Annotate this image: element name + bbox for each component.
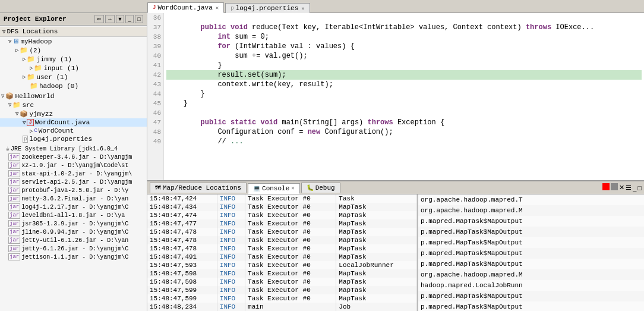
tree-item-jar[interactable]: jarprotobuf-java-2.5.0.jar - D:\y	[0, 186, 147, 194]
tree-item-user[interactable]: ▷ 📁 user (1)	[0, 73, 147, 81]
code-line: result.set(sum);	[166, 70, 642, 80]
props-file-icon: p	[231, 5, 233, 11]
console-minimize-btn[interactable]: _	[633, 184, 636, 191]
tree-item-jar[interactable]: jarjetty-6.1.26.jar - D:\yangjm\C	[0, 244, 147, 253]
expand-icon-5: ▷	[23, 74, 26, 80]
view-menu-btn[interactable]: ▼	[116, 15, 124, 23]
tree-item-2[interactable]: ▷ 📁 (2)	[0, 46, 147, 55]
console-row: 15:48:47,598 INFO Task Executor #0 MapTa…	[147, 278, 417, 286]
line-number: 44	[147, 89, 163, 99]
link-with-editor-btn[interactable]: ↔	[105, 15, 115, 23]
code-line	[166, 108, 642, 118]
line-number: 48	[147, 127, 163, 137]
project-icon: 📦	[5, 92, 14, 100]
expand-icon-src: ▽	[8, 102, 11, 108]
code-line: for (IntWritable val : values) {	[166, 42, 642, 51]
tree-item-jar[interactable]: jarleveldbni-all-1.8.jar - D:\ya	[0, 211, 147, 219]
code-line: Configuration conf = new Configuration()…	[166, 127, 642, 137]
console-right-col[interactable]: org.apache.hadoop.mapred.Torg.apache.had…	[418, 194, 644, 311]
code-content[interactable]: public void reduce(Text key, Iterable<In…	[164, 13, 644, 180]
line-number: 41	[147, 61, 163, 70]
tab-log4j[interactable]: p log4j.properties ✕	[225, 3, 310, 13]
tree-item-log4j[interactable]: p log4j.properties	[0, 135, 147, 143]
tab-log4j-label: log4j.properties	[236, 5, 299, 12]
code-line: // ...	[166, 137, 642, 146]
code-line: context.write(key, result);	[166, 80, 642, 89]
log4j-props-label: log4j.properties	[29, 136, 92, 143]
java-file-icon: J	[153, 5, 156, 11]
tree-item-jar[interactable]: jarjettison-1.1.jar - D:\yangjm\C	[0, 253, 147, 261]
expand-icon-wcc: ▷	[30, 128, 33, 134]
console-row: 15:48:47,593 INFO Task Executor #0 Local…	[147, 261, 417, 269]
code-line: }	[166, 89, 642, 99]
tree-item-jar[interactable]: jarjsr305-1.3.9.jar - D:\yangjm\C	[0, 219, 147, 228]
tree-item-jar[interactable]: jarjline-0.9.94.jar - D:\yangjm\C	[0, 228, 147, 236]
tree-item-jar[interactable]: jarzookeeper-3.4.6.jar - D:\yangjm	[0, 153, 147, 161]
minimize-btn[interactable]: _	[125, 15, 134, 23]
code-line: }	[166, 61, 642, 70]
console-icon: 💻	[253, 185, 260, 192]
project-tree: ▽ DFS Locations ▽ 🖥 myHadoop ▷ 📁 (2)	[0, 26, 147, 311]
project-explorer-title: Project Explorer	[4, 15, 67, 23]
tree-item-hadoop[interactable]: 📁 hadoop (0)	[0, 81, 147, 90]
console-right-row: hadoop.mapred.LocalJobRunn	[418, 280, 644, 291]
line-number: 42	[147, 70, 163, 80]
console-maximize-btn[interactable]: □	[637, 184, 642, 191]
tree-item-wordcount-java[interactable]: ▽ J WordCount.java	[0, 118, 147, 127]
tree-item-myhadoop[interactable]: ▽ 🖥 myHadoop	[0, 37, 147, 46]
folder-icon-4: 📁	[27, 73, 35, 81]
tab-wordcount-label: WordCount.java	[157, 4, 212, 11]
tree-item-jar[interactable]: jarjetty-util-6.1.26.jar - D:\yan	[0, 236, 147, 244]
line-number: 46	[147, 108, 163, 118]
stop-btn[interactable]	[602, 183, 610, 192]
wordcount-class-label: WordCount	[39, 127, 74, 134]
pkg-icon: 📦	[20, 110, 28, 118]
tree-item-src[interactable]: ▽ 📁 src	[0, 100, 147, 109]
tree-item-jar[interactable]: jarservlet-api-2.5.jar - D:\yangjm	[0, 178, 147, 186]
tree-item-jimmy[interactable]: ▷ 📁 jimmy (1)	[0, 55, 147, 64]
console-menu-btn[interactable]: ☰	[626, 184, 632, 191]
folder-icon-3: 📁	[34, 64, 42, 72]
close-console-btn[interactable]: ✕	[619, 184, 624, 191]
console-content: 15:48:47,424 INFO Task Executor #0 Task …	[147, 194, 644, 311]
expand-icon-hw: ▽	[1, 93, 4, 99]
tree-item-jar[interactable]: jarstax-api-1.0-2.jar - D:\yangjm\	[0, 169, 147, 178]
terminate-icon	[611, 183, 618, 190]
console-row: 15:48:47,478 INFO Task Executor #0 MapTa…	[147, 228, 417, 236]
expand-icon: ▽	[8, 38, 11, 45]
tree-item-input[interactable]: ▷ 📁 input (1)	[0, 64, 147, 73]
input-label: input (1)	[43, 65, 78, 72]
line-number: 49	[147, 137, 163, 146]
hadoop-label: hadoop (0)	[39, 83, 78, 90]
maximize-btn[interactable]: □	[135, 15, 143, 23]
tree-item-jar[interactable]: jarxz-1.0.jar - D:\yangjm\Code\st	[0, 161, 147, 169]
console-row: 15:48:47,598 INFO Task Executor #0 MapTa…	[147, 269, 417, 278]
terminate-btn[interactable]	[611, 183, 618, 192]
close-console-icon[interactable]: ✕	[291, 185, 294, 191]
tab-console[interactable]: 💻 Console ✕	[248, 183, 300, 194]
tab-console-label: Console	[262, 185, 289, 192]
tab-mapreduce[interactable]: 🗺 Map/Reduce Locations	[150, 183, 247, 193]
tab-mapreduce-label: Map/Reduce Locations	[163, 184, 241, 191]
tree-item-yjmyzz[interactable]: ▽ 📦 yjmyzz	[0, 109, 147, 118]
close-icon[interactable]: ✕	[216, 5, 219, 11]
tab-debug[interactable]: 🐛 Debug	[301, 183, 340, 193]
tree-item-wordcount-class[interactable]: ▷ C WordCount	[0, 127, 147, 135]
close-icon-2[interactable]: ✕	[301, 5, 304, 12]
console-table-wrapper[interactable]: 15:48:47,424 INFO Task Executor #0 Task …	[147, 194, 418, 311]
stop-icon	[602, 183, 610, 190]
tree-item-helloworld[interactable]: ▽ 📦 HelloWorld	[0, 92, 147, 100]
tree-item-jar[interactable]: jarnetty-3.6.2.Final.jar - D:\yan	[0, 194, 147, 203]
console-right-row: p.mapred.MapTask$MapOutput	[418, 237, 644, 248]
console-right-row: org.apache.hadoop.mapred.M	[418, 205, 644, 216]
tab-wordcount[interactable]: J WordCount.java ✕	[147, 2, 224, 13]
tree-item-jar[interactable]: jarlog4j-1.2.17.jar - D:\yangjm\C	[0, 203, 147, 211]
tab-debug-label: Debug	[315, 184, 335, 191]
editor-right-panel: 3637383940414243444546474849 public void…	[147, 13, 644, 311]
jre-icon: ☕	[6, 145, 10, 152]
console-row: 15:48:47,478 INFO Task Executor #0 MapTa…	[147, 236, 417, 244]
collapse-all-btn[interactable]: ⇐	[94, 15, 104, 23]
console-right-row: p.mapred.MapTask$MapOutput	[418, 216, 644, 227]
tree-item-jre[interactable]: ☕ JRE System Library [jdk1.6.0_4	[0, 144, 147, 153]
bottom-panel: 🗺 Map/Reduce Locations 💻 Console ✕ 🐛 Deb…	[147, 180, 644, 311]
